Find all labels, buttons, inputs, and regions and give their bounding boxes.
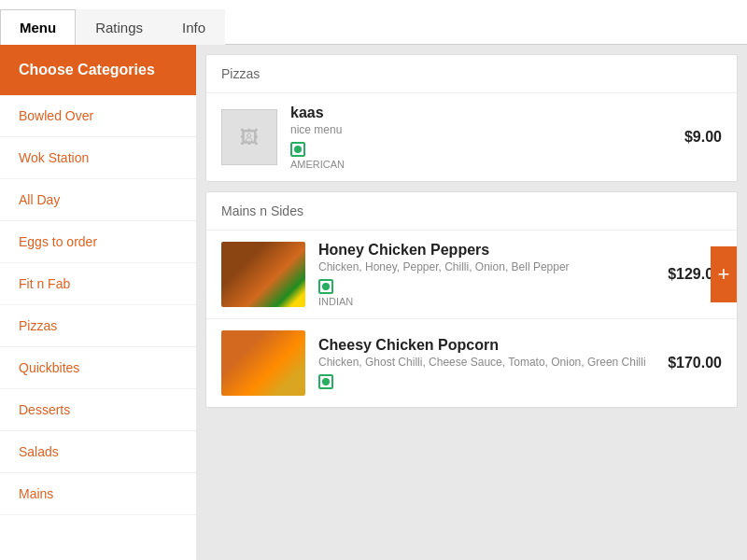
sidebar-item-all-day[interactable]: All Day	[0, 179, 196, 221]
sidebar-item-quickbites[interactable]: Quickbites	[0, 347, 196, 389]
main-panel: Pizzas 🖼 kaas nice menu AMERICAN $9.00 M…	[196, 45, 747, 560]
veg-badge-honey-chicken	[318, 279, 333, 294]
item-desc-honey-chicken: Chicken, Honey, Pepper, Chilli, Onion, B…	[318, 260, 658, 273]
section-mains-sides: Mains n Sides Honey Chicken Peppers Chic…	[205, 191, 738, 408]
item-name-kaas: kaas	[290, 105, 675, 121]
item-name-cheesy-chicken: Cheesy Chicken Popcorn	[318, 337, 658, 354]
item-info-kaas: kaas nice menu AMERICAN	[290, 105, 675, 170]
section-title-mains-sides: Mains n Sides	[206, 192, 737, 231]
sidebar: Choose Categories Bowled Over Wok Statio…	[0, 45, 196, 560]
tab-bar: Menu Ratings Info	[0, 0, 747, 45]
tab-ratings[interactable]: Ratings	[76, 9, 162, 45]
item-cuisine-kaas: AMERICAN	[290, 159, 675, 170]
sidebar-item-fit-n-fab[interactable]: Fit n Fab	[0, 263, 196, 305]
item-info-cheesy-chicken: Cheesy Chicken Popcorn Chicken, Ghost Ch…	[318, 337, 658, 389]
item-image-cheesy-chicken	[221, 330, 305, 396]
sidebar-item-wok-station[interactable]: Wok Station	[0, 137, 196, 179]
item-image-honey-chicken	[221, 242, 305, 307]
sidebar-item-desserts[interactable]: Desserts	[0, 389, 196, 431]
add-button-honey-chicken[interactable]: +	[711, 246, 737, 302]
sidebar-item-mains[interactable]: Mains	[0, 473, 196, 515]
menu-item-cheesy-chicken: Cheesy Chicken Popcorn Chicken, Ghost Ch…	[206, 319, 737, 407]
menu-item-kaas: 🖼 kaas nice menu AMERICAN $9.00	[206, 93, 737, 181]
sidebar-item-eggs-to-order[interactable]: Eggs to order	[0, 221, 196, 263]
menu-item-honey-chicken: Honey Chicken Peppers Chicken, Honey, Pe…	[206, 231, 737, 319]
content-area: Choose Categories Bowled Over Wok Statio…	[0, 45, 747, 560]
item-cuisine-honey-chicken: INDIAN	[318, 296, 658, 307]
tab-info[interactable]: Info	[162, 9, 225, 45]
item-price-kaas: $9.00	[684, 129, 722, 146]
item-price-cheesy-chicken: $170.00	[668, 355, 722, 371]
sidebar-item-pizzas[interactable]: Pizzas	[0, 305, 196, 347]
choose-categories-button[interactable]: Choose Categories	[0, 45, 196, 95]
section-pizzas: Pizzas 🖼 kaas nice menu AMERICAN $9.00	[205, 54, 738, 182]
item-info-honey-chicken: Honey Chicken Peppers Chicken, Honey, Pe…	[318, 242, 658, 307]
image-icon: 🖼	[240, 127, 259, 148]
tab-menu[interactable]: Menu	[0, 9, 76, 45]
sidebar-item-bowled-over[interactable]: Bowled Over	[0, 95, 196, 137]
veg-badge-cheesy-chicken	[318, 374, 333, 389]
item-name-honey-chicken: Honey Chicken Peppers	[318, 242, 658, 259]
veg-badge-kaas	[290, 142, 305, 157]
sidebar-item-salads[interactable]: Salads	[0, 431, 196, 473]
item-desc-kaas: nice menu	[290, 123, 675, 136]
section-title-pizzas: Pizzas	[206, 55, 737, 93]
item-desc-cheesy-chicken: Chicken, Ghost Chilli, Cheese Sauce, Tom…	[318, 356, 658, 369]
item-image-kaas: 🖼	[221, 109, 277, 165]
